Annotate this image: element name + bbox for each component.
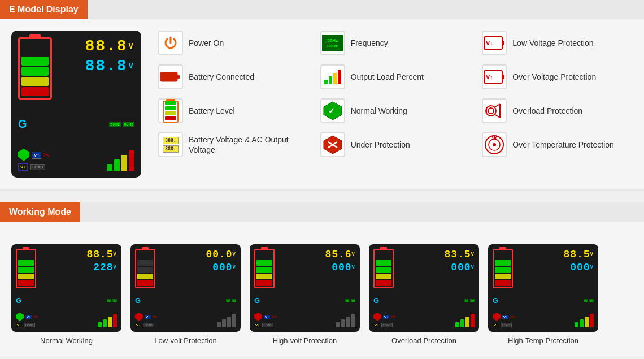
mini-num1-overload: 83.5 V [444,249,475,260]
frequency-icon: 50Hz 60Hz [322,35,343,51]
battery-voltage-icon: 888. 888. [163,137,178,153]
mbar3 [108,317,112,327]
battery-bar-green2 [21,67,49,76]
mbar2 [103,319,107,327]
mini-num1-lowvolt: 00.0 V [206,249,236,260]
legend-label-under-protection: Under Protection [351,140,410,150]
normal-working-icon: ✓ [323,101,343,121]
mini-shield-highvolt [254,313,262,321]
lcd-middle-row: G 50Hz 60Hz [18,118,134,131]
mini-scissors-normal: ✂ [33,314,38,320]
ol-bar-3 [333,73,337,84]
lcd-numbers: 88.8 V 88.8 V [85,37,134,75]
legend-label-frequency: Frequency [351,38,388,48]
legend-icon-frequency: 50Hz 60Hz [320,31,345,55]
mini-nums-hightemp: 88.5 V 000 V [563,249,594,288]
battery-display [18,37,52,100]
icon-row-2: V↓ LOAD [18,163,50,171]
mini-num2-normal: 228 V [93,262,117,273]
e-model-section: 88.8 V 88.8 V G 50Hz 60Hz [0,19,644,191]
over-voltage-icon: V↑ [484,70,505,84]
mini-num2-overload: 000 V [451,262,475,273]
mini-bottom-overload: V↑ ✂ V↓ LOAD [373,313,475,327]
svg-rect-12 [165,106,176,110]
legend-icon-power-on [158,31,183,55]
mini-battery-hightemp [493,249,513,288]
mode-display-lowvolt: 00.0 V 000 V G 50 60 [130,244,241,332]
mini-middle-normal: G 50 60 [16,296,117,305]
mini-middle-hightemp: G 50 60 [493,296,594,305]
ol-bar-1 [324,80,328,84]
mode-display-normal: 88.5 V 228 V G 50 60 [11,244,121,332]
mini-num1-hightemp: 88.5 V [563,249,594,260]
mini-top-hightemp: 88.5 V 000 V [493,249,594,288]
legend-item-output-load: Output Load Percent [320,64,471,89]
mini-bar-g1 [18,260,34,266]
mini-shield-normal [16,313,24,321]
mini-g-overload: G [373,296,379,305]
lcd-num1: 88.8 V [85,37,134,55]
over-temp-icon [484,135,504,155]
low-voltage-icon: V↓ [484,36,505,50]
mode-label-hightemp: High-Temp Protection [508,336,578,345]
legend-label-battery-connected: Battery Connected [189,72,254,82]
legend-label-overload: Overload Protection [512,106,582,116]
mini-battery-overload [373,249,394,288]
mode-display-hightemp: 88.5 V 000 V G 50 60 [488,244,598,332]
mode-card-overload: 83.5 V 000 V G 50 60 [369,244,479,345]
mini-top-lowvolt: 00.0 V 000 V [135,249,236,288]
bar-3 [121,155,127,171]
svg-line-19 [494,104,500,107]
legend-icon-battery-voltage: 888. 888. [158,132,183,157]
legend-item-battery-level: Battery Level [158,98,309,123]
mode-card-hightemp: 88.5 V 000 V G 50 60 [488,244,598,345]
legend-item-over-temp: Over Temperature Protection [482,132,633,157]
mini-shield-overload [373,313,381,321]
mini-num2-highvolt: 000 V [332,262,355,273]
svg-rect-1 [502,41,504,45]
lcd-display: 88.8 V 88.8 V G 50Hz 60Hz [11,31,141,178]
mini-bar-y [18,274,34,279]
mode-card-normal: 88.5 V 228 V G 50 60 [11,244,121,345]
svg-line-20 [494,114,500,118]
mini-nums-highvolt: 85.6 V 000 V [325,249,355,288]
svg-rect-10 [165,116,176,120]
working-mode-header: Working Mode [0,202,644,222]
mini-load-normal: LOAD [24,323,35,327]
svg-rect-4 [177,75,180,79]
legend-item-frequency: 50Hz 60Hz Frequency [320,31,471,55]
e-model-content: 88.8 V 88.8 V G 50Hz 60Hz [11,31,633,178]
bottom-icons: V↑ ✂ V↓ LOAD [18,149,50,171]
mbar1 [98,322,102,327]
legend-label-power-on: Power On [189,38,224,48]
lcd-num2: 88.8 V [85,57,134,75]
mini-top-normal: 88.5 V 228 V [16,249,117,288]
legend-item-low-voltage: V↓ Low Voltage Protection [482,31,633,55]
e-model-header: E Model Display [0,0,644,19]
mode-display-overload: 83.5 V 000 V G 50 60 [369,244,479,332]
vi-badge-1: V↑ [32,152,41,159]
freq-badges: 50Hz 60Hz [109,122,134,127]
mini-icon-row2-normal: V↓ LOAD [16,323,38,327]
bar-2 [114,159,120,171]
mini-freq-normal: 50 60 [107,299,117,302]
svg-point-18 [488,108,494,114]
mini-g-lowvolt: G [135,296,141,305]
mode-card-lowvolt: 00.0 V 000 V G 50 60 [130,244,241,345]
legend-label-battery-voltage: Battery Voltage & AC Output Voltage [189,135,309,155]
mini-num2-hightemp: 000 V [570,262,594,273]
mode-display-highvolt: 85.6 V 000 V G 50 60 [250,244,360,332]
mini-shield-lowvolt [135,313,143,321]
legend-icon-normal-working: ✓ [320,98,345,123]
mini-middle-overload: G 50 60 [373,296,475,305]
legend-icon-over-voltage: V↑ [482,64,507,89]
mini-bars-normal [98,314,117,327]
svg-rect-3 [160,72,177,81]
legend-label-battery-level: Battery Level [189,106,235,116]
g-icon: G [18,118,27,131]
lcd-top: 88.8 V 88.8 V [18,37,134,100]
svg-rect-6 [502,75,504,79]
working-mode-title: Working Mode [0,202,80,222]
working-mode-section: 88.5 V 228 V G 50 60 [0,222,644,356]
mini-shield-hightemp [493,313,501,321]
